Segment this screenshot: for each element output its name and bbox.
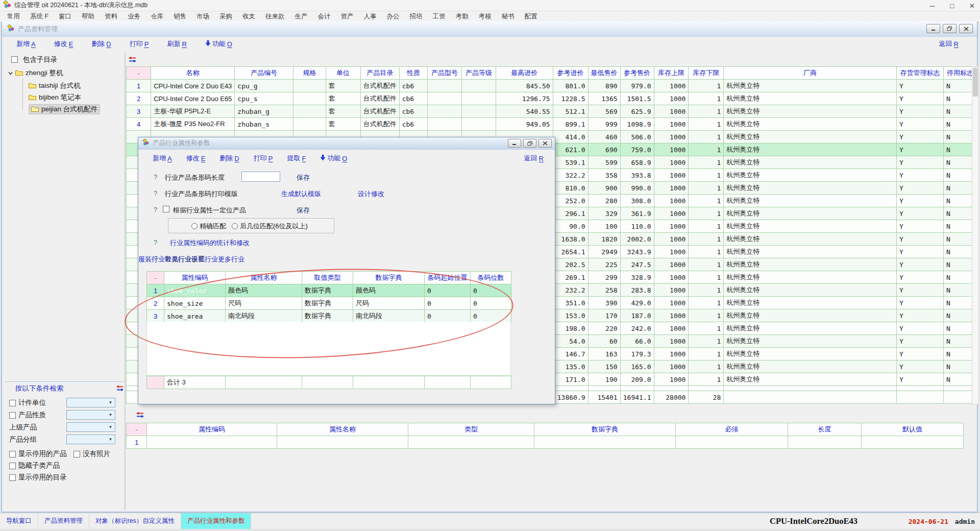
cell[interactable]: CPU-Intel Core 2 Duo E65 xyxy=(151,92,235,105)
cell[interactable] xyxy=(462,118,496,131)
cell[interactable]: Y xyxy=(897,233,944,246)
cell[interactable]: 1 xyxy=(689,131,724,143)
cell[interactable]: 1 xyxy=(689,360,724,373)
table-row[interactable]: 2CPU-Intel Core 2 Duo E65cpu_s套台式机配件cb61… xyxy=(127,92,977,105)
cell[interactable]: 900 xyxy=(588,182,620,195)
cell[interactable]: 1296.75 xyxy=(496,92,553,105)
cell[interactable] xyxy=(462,92,496,105)
cell[interactable]: 1000 xyxy=(654,322,689,335)
cell[interactable]: 杭州奥立特 xyxy=(724,220,897,233)
cell[interactable]: 179.3 xyxy=(620,348,654,360)
statusbar-tab-产品资料管理[interactable]: 产品资料管理 xyxy=(38,513,89,529)
suffix-match-radio[interactable] xyxy=(232,223,238,229)
table-row[interactable]: 1 xyxy=(127,436,964,449)
cell[interactable]: 1 xyxy=(689,105,724,118)
column-header-minus[interactable]: - xyxy=(147,272,164,284)
cell[interactable]: 1 xyxy=(689,233,724,246)
cell[interactable]: 1000 xyxy=(654,297,689,309)
option-checkbox[interactable] xyxy=(74,451,80,457)
cell[interactable]: 1 xyxy=(689,271,724,284)
cell[interactable]: 390 xyxy=(588,297,620,309)
cell[interactable]: 308.0 xyxy=(620,195,654,207)
cell[interactable]: 1 xyxy=(127,436,147,449)
statusbar-tab-产品行业属性和参数[interactable]: 产品行业属性和参数 xyxy=(181,513,252,529)
cell[interactable]: 南北码段 xyxy=(226,310,302,323)
cell[interactable]: 套 xyxy=(326,118,360,131)
cell[interactable]: 1 xyxy=(689,80,724,92)
filter-dropdown[interactable]: ▼ xyxy=(66,398,115,407)
option-checkbox[interactable] xyxy=(9,451,16,457)
cell[interactable]: Y xyxy=(897,195,944,207)
toolbar-item-刷新[interactable]: 刷新R xyxy=(167,39,186,49)
cell[interactable]: 999 xyxy=(588,118,620,131)
toolbar-item-功能[interactable]: 功能O xyxy=(320,154,347,163)
cell[interactable]: 414.0 xyxy=(553,131,588,143)
cell[interactable]: shoe_color xyxy=(164,284,226,297)
cell[interactable]: 165.0 xyxy=(620,360,654,373)
cell[interactable]: 3243.9 xyxy=(620,246,654,258)
cell[interactable]: 949.05 xyxy=(496,118,553,131)
maximize-icon[interactable]: □ xyxy=(950,2,954,10)
cell[interactable] xyxy=(408,436,534,449)
menu-item-采购[interactable]: 采购 xyxy=(214,11,237,22)
cell[interactable]: 1000 xyxy=(654,220,689,233)
cell[interactable]: CPU-Intel Core 2 Duo E43 xyxy=(151,80,235,92)
help-icon[interactable]: ? xyxy=(154,189,157,197)
cell[interactable]: 187.0 xyxy=(620,309,654,322)
column-header-条码位数[interactable]: 条码位数 xyxy=(471,272,511,284)
cell[interactable]: 202.5 xyxy=(553,258,588,271)
cell[interactable]: 杭州奥立特 xyxy=(724,156,897,169)
toolbar-item-删除[interactable]: 删除D xyxy=(219,154,239,163)
cell[interactable]: 杭州奥立特 xyxy=(724,207,897,220)
child-minimize-button[interactable] xyxy=(926,24,940,33)
column-header-数据字典[interactable]: 数据字典 xyxy=(534,423,676,436)
cell[interactable]: 845.50 xyxy=(496,80,553,92)
cell[interactable]: 1 xyxy=(127,80,151,92)
cell[interactable]: 625.9 xyxy=(620,105,654,118)
menu-item-会计[interactable]: 会计 xyxy=(313,11,336,22)
column-header-长度[interactable]: 长度 xyxy=(788,423,862,436)
cell[interactable]: 899.1 xyxy=(553,118,588,131)
cell[interactable]: 杭州奥立特 xyxy=(724,233,897,246)
cell[interactable]: 杭州奥立特 xyxy=(724,271,897,284)
cell[interactable]: 1000 xyxy=(654,373,689,386)
cell[interactable]: 328.9 xyxy=(620,271,654,284)
menu-item-仓库[interactable]: 仓库 xyxy=(145,11,168,22)
cell[interactable]: Y xyxy=(897,105,944,118)
cell[interactable]: Y xyxy=(897,360,944,373)
cell[interactable]: 569 xyxy=(588,105,620,118)
cell[interactable]: Y xyxy=(897,246,944,258)
cell[interactable]: 1098.9 xyxy=(620,118,654,131)
child-restore-button[interactable] xyxy=(943,24,957,33)
cell[interactable]: 0 xyxy=(425,297,471,310)
table-row[interactable]: 3主板-华硕 P5PL2-Ezhuban_g套台式机配件cb6540.55512… xyxy=(127,105,977,118)
cell[interactable]: 杭州奥立特 xyxy=(724,373,897,386)
cell[interactable]: 810.0 xyxy=(553,182,588,195)
cell[interactable]: 2654.1 xyxy=(553,246,588,258)
column-header-属性编码[interactable]: 属性编码 xyxy=(147,423,277,436)
cell[interactable]: 台式机配件 xyxy=(360,118,399,131)
cell[interactable]: 225 xyxy=(588,258,620,271)
cell[interactable]: 242.0 xyxy=(620,322,654,335)
cell[interactable]: 539.1 xyxy=(553,156,588,169)
cell[interactable]: Y xyxy=(897,118,944,131)
help-icon[interactable]: ? xyxy=(154,206,157,213)
menu-item-配置[interactable]: 配置 xyxy=(520,11,543,22)
cell[interactable]: 393.8 xyxy=(620,169,654,182)
cell[interactable]: cb6 xyxy=(399,92,427,105)
cell[interactable]: 269.1 xyxy=(553,271,588,284)
generate-template-link[interactable]: 生成默认模版 xyxy=(281,189,321,199)
cell[interactable]: 1 xyxy=(689,284,724,297)
cell[interactable]: 1000 xyxy=(654,258,689,271)
cell[interactable]: 1 xyxy=(689,118,724,131)
cell[interactable]: cb6 xyxy=(399,80,427,92)
column-header-库存上限[interactable]: 库存上限 xyxy=(654,67,689,80)
table-row[interactable]: 3shoe_area南北码段数据字典南北码段00 xyxy=(147,310,511,323)
cell[interactable]: 506.0 xyxy=(620,131,654,143)
suffix-match-option[interactable]: 后几位匹配(6位及以上) xyxy=(232,222,308,231)
toolbar-item-新增[interactable]: 新增A xyxy=(153,154,172,163)
cell[interactable]: 1 xyxy=(689,207,724,220)
tree-item-bijiben[interactable]: bijiben 笔记本 xyxy=(29,92,81,103)
cell[interactable]: Y xyxy=(897,80,944,92)
menu-item-秘书[interactable]: 秘书 xyxy=(497,11,520,22)
